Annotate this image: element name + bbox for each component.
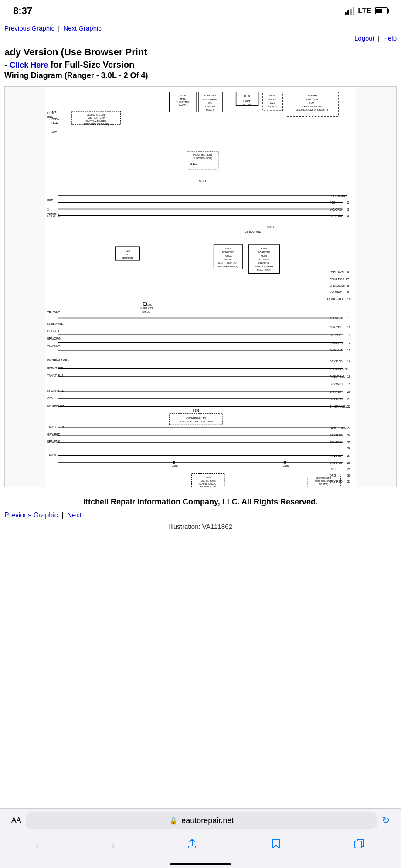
- svg-text:TAN/LT GRN: TAN/LT GRN: [47, 425, 64, 429]
- svg-text:FLEX: FLEX: [124, 249, 130, 252]
- svg-text:32: 32: [347, 486, 351, 487]
- svg-text:3: 3: [347, 208, 349, 211]
- battery-icon: [375, 7, 388, 14]
- svg-rect-217: [355, 841, 362, 848]
- nav-separator-top: |: [58, 24, 60, 32]
- svg-text:27: 27: [347, 454, 351, 458]
- svg-text:VIO/ORG: VIO/ORG: [330, 208, 342, 211]
- svg-text:ENGINE COMPARTMENT): ENGINE COMPARTMENT): [296, 108, 328, 111]
- svg-text:28: 28: [347, 461, 351, 465]
- svg-text:22: 22: [347, 405, 351, 408]
- svg-text:S102: S102: [172, 464, 179, 467]
- bookmarks-button[interactable]: [265, 836, 286, 854]
- share-button[interactable]: [182, 836, 203, 854]
- logout-help-bar: Logout | Help: [4, 34, 397, 43]
- browser-url-bar: AA 🔒 eautorepair.net ↻: [0, 809, 401, 832]
- svg-text:(LEFT SIDE OF DASH): (LEFT SIDE OF DASH): [83, 123, 109, 126]
- svg-text:TO FUEL (NJ 5): TO FUEL (NJ 5): [200, 486, 216, 487]
- click-here-link[interactable]: Click Here: [10, 61, 48, 69]
- back-button[interactable]: ‹: [31, 837, 44, 854]
- svg-text:FUEL: FUEL: [244, 95, 251, 98]
- lte-label: LTE: [358, 7, 371, 15]
- svg-text:GRY: GRY: [47, 397, 54, 400]
- svg-text:S121: S121: [199, 180, 207, 183]
- url-bar[interactable]: 🔒 eautorepair.net: [26, 812, 377, 829]
- svg-text:29: 29: [347, 467, 351, 471]
- help-link[interactable]: Help: [383, 34, 397, 42]
- svg-text:(ENGINE HARN: (ENGINE HARN: [200, 480, 216, 482]
- svg-text:CANISTER: CANISTER: [222, 251, 234, 253]
- svg-text:ORG: ORG: [330, 467, 336, 470]
- wiring-diagram: HOT AT ALL TIMES BATTERY JUNCTION BOX (L…: [4, 86, 397, 487]
- svg-text:SENSOR: SENSOR: [122, 256, 133, 259]
- svg-text:TO G123): TO G123): [319, 483, 328, 486]
- page-title-line2: - Click Here for Full-Size Version: [4, 59, 397, 70]
- status-time: 8:37: [13, 5, 32, 17]
- svg-text:RELAY: RELAY: [243, 103, 251, 106]
- svg-text:VALVE: VALVE: [224, 258, 232, 261]
- tabs-button[interactable]: [349, 836, 370, 854]
- previous-graphic-link-bottom[interactable]: Previous Graphic: [4, 511, 58, 519]
- previous-graphic-link-top[interactable]: Previous Graphic: [4, 24, 54, 32]
- svg-text:RED/LT GRN: RED/LT GRN: [47, 367, 65, 370]
- svg-text:FUEL: FUEL: [124, 253, 131, 256]
- svg-text:9: 9: [347, 291, 349, 294]
- svg-text:25: 25: [347, 441, 351, 444]
- signal-icon: [345, 7, 354, 15]
- svg-text:S110: S110: [190, 162, 197, 165]
- svg-text:VIO/WHT: VIO/WHT: [330, 291, 342, 294]
- svg-text:S100: S100: [205, 476, 211, 479]
- svg-text:GRY/RED: GRY/RED: [47, 433, 60, 436]
- status-bar: 8:37 LTE: [0, 0, 401, 22]
- svg-text:TAN/WHT: TAN/WHT: [330, 349, 343, 352]
- page-title-line1: ady Version (Use Browser Print: [4, 46, 397, 59]
- svg-text:DK GRN/LT GRN: DK GRN/LT GRN: [47, 359, 70, 362]
- svg-text:ORG/BLK: ORG/BLK: [330, 214, 343, 218]
- svg-text:JUNCTION: JUNCTION: [305, 98, 319, 101]
- svg-text:26: 26: [347, 447, 351, 450]
- svg-text:23: 23: [347, 426, 351, 430]
- svg-text:18: 18: [347, 375, 351, 378]
- svg-text:YEL/WHT: YEL/WHT: [330, 317, 342, 320]
- svg-text:GRV/WHT: GRV/WHT: [330, 382, 343, 385]
- header-separator: |: [378, 34, 380, 42]
- svg-text:31: 31: [347, 480, 351, 483]
- svg-text:G200: G200: [146, 303, 153, 306]
- browser-chrome: AA 🔒 eautorepair.net ↻ ‹ ›: [0, 808, 401, 868]
- svg-text:16: 16: [347, 360, 351, 363]
- svg-text:30: 30: [347, 474, 351, 477]
- svg-text:(LEFT REAR OF: (LEFT REAR OF: [302, 105, 322, 108]
- svg-text:S311: S311: [267, 225, 275, 229]
- svg-text:PUMP: PUMP: [243, 99, 251, 102]
- aa-button[interactable]: AA: [7, 816, 26, 825]
- svg-text:8: 8: [347, 284, 349, 288]
- svg-text:BOX: BOX: [309, 101, 315, 104]
- svg-text:(WOT): (WOT): [179, 104, 187, 106]
- svg-text:1: 1: [47, 194, 49, 198]
- svg-text:FUEL TANK): FUEL TANK): [257, 269, 271, 271]
- svg-text:7: 7: [347, 278, 349, 281]
- svg-text:PURGE: PURGE: [224, 255, 232, 257]
- svg-text:FUEL SYS/: FUEL SYS/: [204, 94, 217, 97]
- svg-text:TAN/LT BLU: TAN/LT BLU: [47, 374, 63, 377]
- svg-text:HEGO/: HEGO/: [268, 98, 276, 101]
- svg-text:BRN/WHT: BRN/WHT: [330, 486, 343, 487]
- svg-text:S151: S151: [193, 409, 200, 412]
- next-graphic-link-top[interactable]: Next Graphic: [63, 24, 102, 32]
- browser-toolbar: ‹ ›: [0, 832, 401, 863]
- next-link-bottom[interactable]: Next: [67, 511, 82, 519]
- svg-text:ORG/YEL: ORG/YEL: [47, 330, 60, 333]
- logout-link[interactable]: Logout: [354, 34, 374, 42]
- url-text: eautorepair.net: [181, 816, 234, 825]
- reload-button[interactable]: ↻: [377, 815, 394, 826]
- svg-text:PNK/YEL: PNK/YEL: [330, 326, 342, 329]
- svg-text:SWITCH+JUMPER: SWITCH+JUMPER: [85, 120, 106, 123]
- svg-text:TAN/WHT: TAN/WHT: [47, 345, 60, 348]
- svg-text:GRY/RED: GRY/RED: [330, 461, 343, 464]
- svg-text:10: 10: [347, 298, 351, 301]
- forward-button[interactable]: ›: [107, 837, 119, 854]
- svg-text:13: 13: [347, 334, 351, 337]
- diagram-title: Wiring Diagram (Ranger - 3.0L - 2 Of 4): [4, 70, 397, 80]
- svg-text:RED: RED: [47, 115, 53, 118]
- svg-text:BRN/ORG: BRN/ORG: [330, 341, 343, 344]
